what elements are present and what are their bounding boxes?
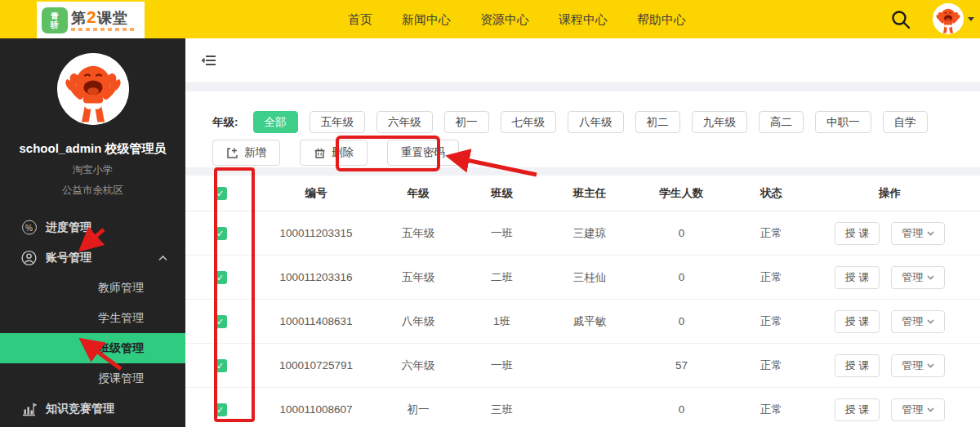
table-row: ✓ 100011203315 五年级 一班 三建琼 0 正常 授 课 管理 [185, 211, 980, 256]
cell-grade: 八年级 [377, 314, 459, 329]
user-district: 公益市余杭区 [0, 184, 185, 198]
teach-button[interactable]: 授 课 [835, 398, 880, 421]
grade-filter-option[interactable]: 七年级 [501, 111, 557, 133]
avatar [933, 3, 964, 34]
collapse-sidebar-icon[interactable] [202, 54, 216, 67]
sidebar-item-teaching[interactable]: 授课管理 [0, 363, 185, 394]
cell-status: 正常 [728, 270, 814, 285]
select-all-checkbox[interactable]: ✓ [185, 187, 255, 200]
grade-filter-option[interactable]: 高二 [759, 111, 804, 133]
grade-filter-option[interactable]: 八年级 [568, 111, 624, 133]
user-avatar-menu[interactable] [933, 3, 974, 34]
search-icon[interactable] [890, 9, 911, 30]
grade-filter-option[interactable]: 五年级 [310, 111, 366, 133]
table-row: ✓ 100010725791 六年级 一班 57 正常 授 课 管理 [185, 344, 980, 388]
sidebar-item-progress[interactable]: % 进度管理 [0, 212, 185, 242]
sidebar: school_admin 校级管理员 淘宝小学 公益市余杭区 % 进度管理 账号… [0, 38, 185, 427]
manage-button[interactable]: 管理 [891, 222, 945, 245]
sidebar-item-teachers[interactable]: 教师管理 [0, 273, 185, 303]
logo-brand-text: 第2课堂 [71, 9, 135, 26]
cell-id: 100010725791 [255, 359, 377, 371]
nav-item[interactable]: 课程中心 [544, 0, 622, 38]
cell-students: 0 [635, 271, 728, 283]
top-navigation: 首页新闻中心资源中心课程中心帮助中心 [333, 0, 701, 38]
chevron-down-icon [927, 407, 934, 412]
grade-filter-option[interactable]: 中职一 [815, 111, 871, 133]
user-icon [21, 250, 37, 265]
cell-class: 三班 [459, 403, 545, 417]
user-name: school_admin 校级管理员 [0, 141, 185, 157]
grade-filter-option[interactable]: 初二 [635, 111, 680, 133]
cell-status: 正常 [728, 314, 814, 329]
nav-item[interactable]: 首页 [333, 0, 387, 38]
percent-icon: % [21, 220, 37, 235]
add-button[interactable]: 新增 [212, 140, 280, 166]
sidebar-item-students[interactable]: 学生管理 [0, 303, 185, 333]
cell-students: 0 [635, 227, 728, 239]
grade-filter-option[interactable]: 自学 [883, 111, 928, 133]
row-checkbox[interactable]: ✓ [214, 271, 227, 284]
grade-filter-option[interactable]: 全部 [253, 111, 298, 133]
grade-filter-option[interactable]: 九年级 [692, 111, 748, 133]
nav-item[interactable]: 资源中心 [466, 0, 544, 38]
content-header [185, 38, 980, 83]
chevron-down-icon [968, 17, 974, 21]
col-header-class: 班级 [459, 186, 545, 201]
cell-students: 57 [635, 359, 728, 371]
nav-item[interactable]: 帮助中心 [622, 0, 701, 38]
cell-class: 1班 [459, 314, 545, 329]
table-row: ✓ 100011203316 五年级 二班 三桂仙 0 正常 授 课 管理 [185, 256, 980, 300]
row-checkbox[interactable]: ✓ [214, 403, 227, 416]
user-school: 淘宝小学 [0, 163, 185, 177]
col-header-teacher: 班主任 [545, 186, 635, 201]
row-checkbox[interactable]: ✓ [214, 315, 227, 328]
delete-button[interactable]: 删除 [300, 140, 368, 166]
chevron-down-icon [927, 275, 934, 280]
cell-id: 100011408631 [255, 315, 377, 327]
cell-grade: 六年级 [377, 358, 459, 373]
row-checkbox[interactable]: ✓ [214, 227, 227, 240]
logo[interactable]: 青骄 第2课堂 [37, 2, 145, 38]
sidebar-item-classes[interactable]: 班级管理 [0, 333, 185, 363]
teach-button[interactable]: 授 课 [835, 310, 880, 333]
manage-button[interactable]: 管理 [891, 266, 945, 289]
manage-button[interactable]: 管理 [891, 354, 945, 377]
cell-students: 0 [635, 315, 728, 327]
bar-chart-icon [21, 401, 37, 416]
cell-id: 100011008607 [255, 403, 377, 416]
cell-grade: 五年级 [377, 226, 459, 241]
table-row: ✓ 100011008607 初一 三班 0 正常 授 课 管理 [185, 388, 980, 427]
cell-status: 正常 [728, 403, 814, 417]
grade-filter-option[interactable]: 初一 [444, 111, 489, 133]
cell-id: 100011203315 [255, 227, 377, 239]
nav-item[interactable]: 新闻中心 [387, 0, 466, 38]
cell-status: 正常 [728, 358, 814, 373]
class-table: ✓ 编号 年级 班级 班主任 学生人数 状态 操作 ✓ 100011203315… [185, 176, 980, 427]
sidebar-menu: % 进度管理 账号管理 教师管理 学生管理 班级管理 授课管理 [0, 212, 185, 424]
teach-button[interactable]: 授 课 [835, 354, 880, 377]
add-icon [226, 147, 238, 159]
grade-filter-option[interactable]: 六年级 [376, 111, 433, 133]
cell-id: 100011203316 [255, 271, 377, 283]
sidebar-item-quiz[interactable]: 知识竞赛管理 [0, 394, 185, 424]
teach-button[interactable]: 授 课 [835, 222, 880, 245]
cell-teacher: 三桂仙 [545, 270, 635, 285]
chevron-down-icon [927, 363, 934, 368]
col-header-status: 状态 [728, 186, 814, 201]
manage-button[interactable]: 管理 [891, 310, 945, 333]
teach-button[interactable]: 授 课 [835, 266, 880, 289]
chevron-down-icon [927, 231, 934, 236]
col-header-grade: 年级 [377, 186, 459, 201]
table-body: ✓ 100011203315 五年级 一班 三建琼 0 正常 授 课 管理 [185, 211, 980, 427]
cell-teacher: 戚平敏 [545, 314, 635, 329]
toolbar: 新增 删除 重置密码 [212, 140, 459, 166]
sidebar-item-accounts[interactable]: 账号管理 [0, 242, 185, 273]
reset-password-button[interactable]: 重置密码 [387, 140, 459, 166]
col-header-actions: 操作 [814, 186, 965, 201]
cell-grade: 初一 [377, 403, 459, 417]
manage-button[interactable]: 管理 [891, 398, 945, 421]
row-checkbox[interactable]: ✓ [214, 359, 227, 372]
topbar: 青骄 第2课堂 首页新闻中心资源中心课程中心帮助中心 [0, 0, 980, 38]
logo-badge-icon: 青骄 [42, 7, 68, 33]
col-header-id: 编号 [255, 186, 377, 201]
